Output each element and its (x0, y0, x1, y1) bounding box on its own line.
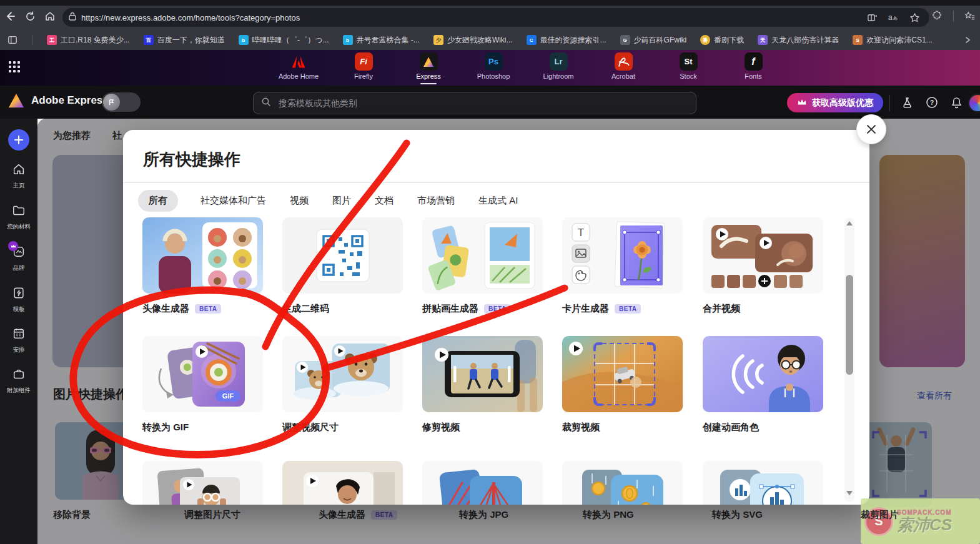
toolbar-right-icons (931, 10, 976, 22)
help-icon[interactable]: ? (924, 95, 939, 110)
appbar-item-fonts[interactable]: f Fonts (730, 52, 777, 84)
card-resize-image[interactable] (142, 461, 263, 505)
appbar-item-photoshop[interactable]: Ps Photoshop (470, 52, 517, 84)
modal-scrollbar-thumb[interactable] (846, 275, 853, 375)
tab-generative-ai[interactable]: 生成式 AI (477, 190, 519, 212)
avatar-generator-illustration (142, 217, 263, 294)
photoshop-icon: Ps (485, 52, 503, 71)
sidebar-item-home[interactable]: 主页 (0, 162, 37, 190)
avatar-generator-2-illustration (282, 461, 403, 505)
address-bar[interactable]: https://new.express.adobe.com/home/tools… (62, 8, 929, 27)
merge-videos-illustration (703, 217, 823, 294)
card-resize-video[interactable]: 调整视频尺寸 (282, 336, 403, 433)
sidebar-toggle-icon[interactable] (6, 34, 19, 46)
card-card-generator[interactable]: T 卡片生成器BETA (562, 217, 683, 315)
collections-icon[interactable] (964, 10, 976, 22)
card-convert-to-svg[interactable] (703, 461, 823, 505)
home-button[interactable] (44, 10, 56, 22)
crown-icon (797, 98, 807, 108)
lock-icon (69, 12, 76, 23)
card-collage-generator[interactable]: 拼贴画生成器BETA (422, 217, 543, 315)
all-quick-actions-modal: 所有快捷操作 所有 社交媒体和广告 视频 图片 文档 市场营销 生成式 AI (123, 130, 869, 505)
appbar-item-acrobat[interactable]: Acrobat (600, 52, 647, 84)
bookmark[interactable]: 工工口.R18 免费美少... (47, 35, 130, 46)
bookmark-favicon: 少 (433, 35, 443, 45)
appbar-item-express[interactable]: Express (405, 52, 452, 84)
create-new-button[interactable] (8, 129, 29, 151)
addons-box-icon (12, 367, 26, 383)
card-label: 转换为 GIF (142, 422, 189, 433)
bookmark[interactable]: 番番剧下载 (700, 35, 744, 46)
card-label: 拼贴画生成器 (422, 303, 478, 315)
tab-all[interactable]: 所有 (138, 190, 178, 212)
resize-video-illustration (282, 336, 403, 412)
bookmark[interactable]: S欢迎访问索沛CS1... (853, 35, 932, 46)
appbar-item-stock[interactable]: St Stock (665, 52, 712, 84)
appbar-item-adobe-home[interactable]: Adobe Home (275, 52, 322, 84)
tab-image[interactable]: 图片 (331, 190, 352, 212)
bookmark[interactable]: b哔哩哔哩（゜-゜）つ... (239, 35, 329, 46)
url-text: https://new.express.adobe.com/home/tools… (81, 13, 866, 22)
sidebar-item-templates[interactable]: 模板 (0, 286, 37, 314)
appbar-item-firefly[interactable]: Fi Firefly (340, 52, 387, 84)
search-bar[interactable] (253, 92, 696, 114)
bookmark[interactable]: 百百度一下，你就知道 (144, 35, 225, 46)
brand-name: Adobe Express (31, 94, 109, 107)
brand: Adobe Express (7, 92, 109, 109)
watermark-main-text: 索沛CS (897, 516, 952, 534)
card-generate-qr-code[interactable]: 生成二维码 (282, 217, 403, 315)
tab-social-ads[interactable]: 社交媒体和广告 (199, 190, 267, 212)
card-convert-to-jpg[interactable] (422, 461, 543, 505)
version-toggle[interactable] (102, 92, 141, 112)
gif-badge: GIF (222, 392, 234, 400)
split-screen-icon[interactable] (866, 11, 878, 24)
bookmark-favicon: 工 (47, 35, 57, 45)
card-trim-video[interactable]: 修剪视频 (422, 336, 543, 433)
scroll-up-icon[interactable] (846, 221, 853, 225)
notifications-bell-icon[interactable] (949, 95, 964, 110)
sidebar-item-brand[interactable]: 品牌 (0, 245, 37, 272)
bookmark[interactable]: G少前百科GFwiki (620, 35, 687, 46)
trim-video-illustration (422, 336, 543, 412)
modal-close-button[interactable] (856, 114, 886, 144)
sidebar-item-your-stuff[interactable]: 您的材料 (0, 204, 37, 231)
bookmark[interactable]: 天天龙八部伤害计算器 (758, 35, 839, 46)
card-label: 创建动画角色 (703, 422, 759, 433)
extensions-icon[interactable] (931, 10, 943, 22)
bookmarks-overflow-chevron[interactable] (961, 34, 974, 46)
app-grid-icon[interactable] (9, 61, 22, 75)
stock-icon: St (680, 52, 698, 71)
modal-tabs: 所有 社交媒体和广告 视频 图片 文档 市场营销 生成式 AI (138, 190, 519, 212)
sidebar-item-addons[interactable]: 附加组件 (0, 367, 37, 395)
card-avatar-generator-2[interactable] (282, 461, 403, 505)
bookmark[interactable]: b井号君蓝榜合集 -... (343, 35, 420, 46)
sidebar-item-schedule[interactable]: 安排 (0, 327, 37, 354)
app-list: Adobe Home Fi Firefly Express Ps Photosh… (275, 52, 777, 84)
card-convert-to-gif[interactable]: GIF 转换为 GIF (142, 336, 263, 433)
bookmark[interactable]: 少少女廻戦攻略Wiki... (433, 35, 513, 46)
get-premium-button[interactable]: 获取高级版优惠 (787, 93, 883, 112)
tab-document[interactable]: 文档 (374, 190, 395, 212)
appbar-item-lightroom[interactable]: Lr Lightroom (535, 52, 582, 84)
reload-button[interactable] (24, 10, 36, 22)
bookmark[interactable]: C最佳的资源搜索引... (527, 35, 606, 46)
bookmark-favicon: b (239, 35, 249, 45)
modal-title: 所有快捷操作 (143, 149, 240, 171)
collage-generator-illustration (422, 217, 543, 294)
labs-flask-icon[interactable] (899, 95, 914, 110)
bookmarks-divider (32, 35, 33, 45)
card-avatar-generator[interactable]: 头像生成器BETA (142, 217, 263, 315)
search-input[interactable] (277, 97, 688, 109)
back-button[interactable] (4, 10, 16, 22)
card-crop-video[interactable]: 裁剪视频 (562, 336, 683, 433)
scroll-down-icon[interactable] (846, 491, 853, 495)
tab-marketing[interactable]: 市场营销 (416, 190, 456, 212)
calendar-icon (12, 327, 26, 343)
card-merge-videos[interactable]: 合并视频 (703, 217, 823, 315)
card-convert-to-png[interactable] (562, 461, 683, 505)
translate-icon[interactable]: aぁ (887, 11, 899, 24)
screen: https://new.express.adobe.com/home/tools… (0, 0, 980, 544)
favorite-star-icon[interactable] (908, 11, 921, 24)
tab-video[interactable]: 视频 (289, 190, 310, 212)
card-animate-character[interactable]: 创建动画角色 (703, 336, 823, 433)
